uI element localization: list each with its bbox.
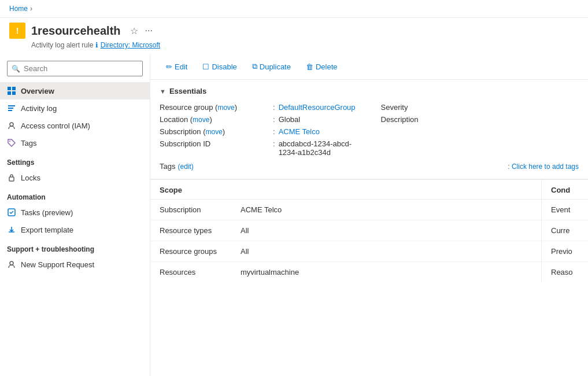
essentials-grid: Resource group (move) : DefaultResourceG… [160, 101, 579, 158]
move-location-link[interactable]: move [193, 116, 209, 124]
app-container: Home › ! 1resourcehealth ☆ ··· Activity … [0, 0, 588, 376]
essentials-row-location: Location (move) : Global [160, 113, 369, 126]
scope-table-header: Scope [150, 180, 541, 200]
condition-label-reason: Reaso [551, 268, 588, 277]
search-input[interactable] [7, 61, 143, 76]
edit-button[interactable]: ✏ Edit [160, 59, 194, 75]
more-options-button[interactable]: ··· [144, 24, 154, 37]
essentials-label-sub-id: Subscription ID [160, 139, 269, 148]
condition-row-previous: Previo [542, 241, 588, 262]
disable-button[interactable]: ☐ Disable [196, 59, 243, 75]
essentials-chevron: ▼ [160, 88, 166, 95]
scope-label-subscription: Subscription [160, 205, 241, 214]
svg-rect-0 [8, 87, 11, 90]
search-box: 🔍 « [7, 61, 143, 76]
directory-link[interactable]: Directory: Microsoft [101, 41, 160, 49]
delete-label: Delete [316, 62, 338, 71]
tags-add-text[interactable]: : Click here to add tags [508, 163, 579, 171]
condition-row-current: Curre [542, 220, 588, 241]
svg-point-8 [9, 141, 10, 142]
essentials-label-location: Location (move) [160, 115, 269, 124]
scope-value-resources: myvirtualmachine [241, 268, 299, 277]
svg-point-11 [10, 261, 13, 265]
sidebar-item-label-locks: Locks [21, 174, 40, 182]
essentials-row-sub-id: Subscription ID : abcdabcd-1234-abcd-123… [160, 138, 369, 158]
sidebar-item-activity-log[interactable]: Activity log [0, 99, 150, 117]
sidebar-item-locks[interactable]: Locks [0, 169, 150, 186]
locks-icon [7, 173, 16, 182]
essentials-header[interactable]: ▼ Essentials [160, 87, 579, 95]
edit-icon: ✏ [166, 62, 172, 71]
disable-icon: ☐ [202, 62, 209, 71]
condition-label-event: Event [551, 205, 588, 214]
svg-point-7 [10, 123, 13, 126]
essentials-left: Resource group (move) : DefaultResourceG… [160, 101, 369, 158]
scope-panel: Scope Subscription ACME Telco Resource t… [150, 180, 542, 282]
sidebar: 🔍 « Overview Activity log [0, 54, 150, 376]
settings-section-header: Settings [0, 154, 150, 169]
sidebar-item-label-export: Export template [21, 226, 73, 234]
condition-row-reason: Reaso [542, 262, 588, 282]
scope-label-resource-groups: Resource groups [160, 247, 241, 256]
scope-row-resource-types: Resource types All [150, 220, 541, 241]
sidebar-automation-section: Automation Tasks (preview) Export templa… [0, 187, 150, 239]
essentials-value-location: Global [279, 115, 301, 124]
sidebar-item-new-support[interactable]: New Support Request [0, 256, 150, 273]
condition-table-header: Cond [542, 180, 588, 200]
sidebar-item-label-overview: Overview [21, 87, 54, 95]
tasks-icon [7, 208, 16, 217]
sidebar-item-label-tasks: Tasks (preview) [21, 208, 73, 217]
svg-rect-9 [9, 177, 14, 181]
condition-row-event: Event [542, 200, 588, 220]
sidebar-settings-section: Settings Locks [0, 153, 150, 187]
move-subscription-link[interactable]: move [205, 128, 222, 136]
essentials-label-subscription: Subscription (move) [160, 127, 269, 136]
tags-edit-link[interactable]: (edit) [177, 163, 193, 171]
tags-icon [7, 138, 16, 148]
svg-rect-5 [8, 108, 13, 109]
essentials-value-sub-id: abcdabcd-1234-abcd-1234-a1b2c34d [279, 139, 369, 157]
header-actions: ☆ ··· [129, 24, 154, 38]
search-icon: 🔍 [12, 65, 20, 73]
essentials-right: Severity Description [369, 101, 579, 158]
essentials-title: Essentials [169, 87, 206, 95]
favorite-button[interactable]: ☆ [129, 24, 139, 38]
essentials-value-subscription: ACME Telco [279, 127, 320, 136]
delete-icon: 🗑 [306, 62, 313, 71]
resource-icon: ! [9, 23, 25, 39]
rg-link[interactable]: DefaultResourceGroup [279, 103, 356, 112]
essentials-label-severity: Severity [381, 103, 491, 112]
tables-section: Scope Subscription ACME Telco Resource t… [150, 179, 588, 282]
svg-rect-2 [8, 91, 11, 95]
breadcrumb-home[interactable]: Home [9, 5, 28, 13]
sidebar-nav-section: Overview Activity log Access control (IA… [0, 81, 150, 153]
sidebar-item-tasks[interactable]: Tasks (preview) [0, 204, 150, 221]
sidebar-item-overview[interactable]: Overview [0, 82, 150, 99]
sidebar-item-access-control[interactable]: Access control (IAM) [0, 117, 150, 134]
essentials-row-severity: Severity [381, 101, 579, 113]
condition-label-current: Curre [551, 226, 588, 235]
scope-value-resource-groups: All [241, 247, 249, 256]
tags-row: Tags (edit) : Click here to add tags [160, 158, 579, 172]
page-subtitle: Activity log alert rule ℹ Directory: Mic… [0, 41, 588, 54]
scope-row-subscription: Subscription ACME Telco [150, 200, 541, 220]
automation-section-header: Automation [0, 189, 150, 204]
sidebar-item-label-tags: Tags [21, 139, 36, 148]
essentials-row-description: Description [381, 113, 579, 126]
subscription-link[interactable]: ACME Telco [279, 127, 320, 136]
delete-button[interactable]: 🗑 Delete [299, 59, 344, 75]
sidebar-item-export[interactable]: Export template [0, 221, 150, 238]
move-rg-link[interactable]: move [217, 104, 234, 112]
duplicate-label: Duplicate [260, 62, 291, 71]
breadcrumb: Home › [0, 0, 588, 18]
tags-label: Tags [160, 162, 175, 171]
duplicate-button[interactable]: ⧉ Duplicate [246, 58, 297, 75]
svg-rect-1 [12, 87, 16, 90]
essentials-label-description: Description [381, 115, 491, 124]
export-icon [7, 225, 16, 234]
page-title: 1resourcehealth [31, 24, 121, 38]
scope-label-resources: Resources [160, 268, 241, 277]
sidebar-item-tags[interactable]: Tags [0, 134, 150, 152]
essentials-section: ▼ Essentials Resource group (move) : Def… [150, 80, 588, 179]
activity-log-icon [7, 104, 16, 113]
